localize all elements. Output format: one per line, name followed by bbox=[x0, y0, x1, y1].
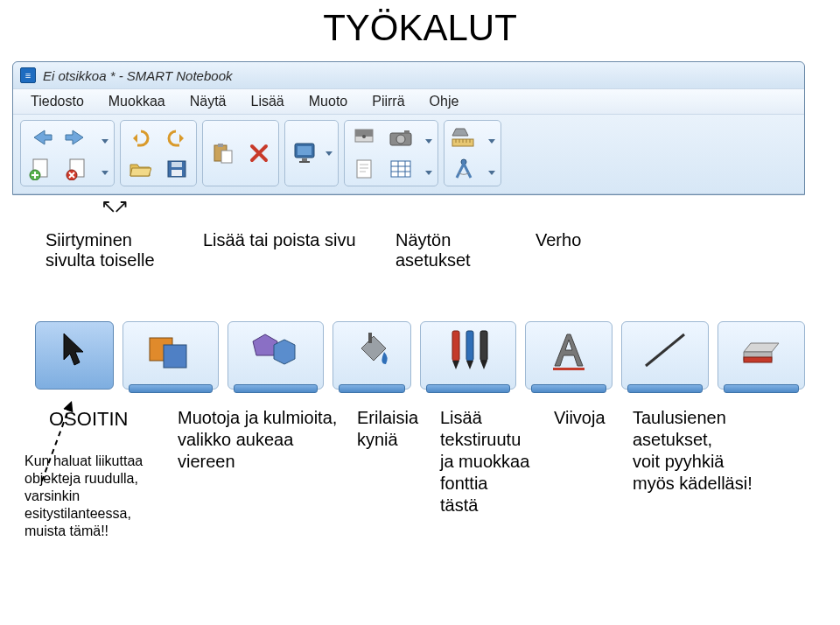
tool-options-bar[interactable] bbox=[339, 384, 405, 393]
annot-pens: Erilaisiakyniä bbox=[352, 407, 435, 451]
tool-options-bar[interactable] bbox=[129, 384, 213, 393]
paste-icon bbox=[211, 142, 234, 165]
chevron-down-icon[interactable] bbox=[488, 139, 495, 144]
fill-tool[interactable] bbox=[332, 321, 411, 390]
svg-rect-28 bbox=[368, 333, 372, 343]
open-button[interactable] bbox=[126, 156, 154, 182]
chevron-down-icon[interactable] bbox=[488, 171, 495, 175]
window-title: Ei otsikkoa * - SMART Notebook bbox=[43, 68, 232, 83]
svg-line-36 bbox=[646, 334, 684, 366]
delete-page-icon bbox=[65, 158, 89, 180]
table-icon bbox=[389, 159, 412, 179]
menubar: Tiedosto Muokkaa Näytä Lisää Muoto Piirr… bbox=[13, 88, 804, 115]
text-tool[interactable] bbox=[525, 321, 612, 390]
toolbar-group-capture bbox=[344, 120, 438, 186]
delete-page-button[interactable] bbox=[63, 156, 91, 182]
toolbar bbox=[13, 115, 804, 194]
display-settings-button[interactable] bbox=[290, 140, 318, 166]
svg-point-16 bbox=[362, 135, 366, 138]
delete-x-icon bbox=[248, 143, 270, 164]
annot-lines: Viivoja bbox=[549, 407, 627, 429]
svg-rect-19 bbox=[404, 130, 410, 134]
page-button[interactable] bbox=[350, 156, 378, 182]
chevron-down-icon[interactable] bbox=[102, 139, 108, 144]
arrow-left-icon bbox=[27, 127, 53, 148]
tool-options-bar[interactable] bbox=[627, 384, 703, 393]
eraser-icon bbox=[737, 331, 786, 369]
add-page-icon bbox=[28, 158, 52, 180]
open-folder-icon bbox=[129, 159, 151, 179]
camera-button[interactable] bbox=[387, 124, 415, 151]
toolbar-group-display bbox=[284, 120, 339, 186]
svg-marker-32 bbox=[466, 361, 473, 369]
delete-button[interactable] bbox=[245, 140, 273, 166]
undo-button[interactable] bbox=[126, 124, 154, 151]
camera-icon bbox=[388, 128, 413, 147]
pointer-icon bbox=[57, 330, 92, 370]
table-button[interactable] bbox=[387, 156, 415, 182]
add-page-button[interactable] bbox=[26, 156, 54, 182]
annotations-row-2: OSOITIN Kun haluat liikuttaaobjekteja ru… bbox=[19, 407, 817, 540]
arrow-right-icon bbox=[64, 127, 90, 148]
annot-pointer-note: Kun haluat liikuttaaobjekteja ruudulla,v… bbox=[24, 453, 167, 540]
menu-edit[interactable]: Muokkaa bbox=[96, 90, 178, 113]
tools-row bbox=[35, 321, 805, 390]
svg-rect-12 bbox=[302, 158, 307, 161]
svg-rect-6 bbox=[172, 170, 182, 176]
pens-tool[interactable] bbox=[420, 321, 516, 390]
menu-file[interactable]: Tiedosto bbox=[18, 90, 96, 113]
tool-options-bar[interactable] bbox=[426, 384, 510, 393]
annot-curtain: Verho bbox=[525, 230, 665, 270]
compass-icon bbox=[452, 157, 476, 181]
menu-draw[interactable]: Piirrä bbox=[360, 90, 416, 113]
compass-button[interactable] bbox=[450, 156, 478, 182]
menu-format[interactable]: Muoto bbox=[297, 90, 360, 113]
screen-shade-icon bbox=[353, 127, 375, 148]
chevron-down-icon[interactable] bbox=[102, 171, 108, 175]
eraser-tool[interactable] bbox=[718, 321, 805, 390]
redo-button[interactable] bbox=[163, 124, 191, 151]
menu-help[interactable]: Ohje bbox=[417, 90, 472, 113]
polygons-tool[interactable] bbox=[228, 321, 324, 390]
chevron-down-icon[interactable] bbox=[425, 139, 432, 144]
shapes-tool[interactable] bbox=[122, 321, 219, 390]
tool-options-bar[interactable] bbox=[234, 384, 318, 393]
arrows-up-icon: ↖↗ bbox=[101, 195, 125, 218]
line-icon bbox=[640, 329, 690, 371]
paste-button[interactable] bbox=[208, 140, 236, 166]
screen-shade-button[interactable] bbox=[350, 124, 378, 151]
page-icon bbox=[354, 158, 374, 179]
annot-text: Lisäätekstiruutuja muokkaafonttiatästä bbox=[435, 407, 549, 516]
app-icon: ≡ bbox=[20, 67, 36, 83]
save-button[interactable] bbox=[163, 156, 191, 182]
ruler-button[interactable] bbox=[450, 124, 478, 151]
tool-options-bar[interactable] bbox=[531, 384, 606, 393]
ruler-shapes-icon bbox=[451, 127, 477, 148]
annot-pointer-head: OSOITIN bbox=[49, 407, 167, 432]
toolbar-group-file bbox=[120, 120, 197, 186]
titlebar: ≡ Ei otsikkoa * - SMART Notebook bbox=[13, 62, 804, 88]
menu-view[interactable]: Näytä bbox=[178, 90, 239, 113]
menu-insert[interactable]: Lisää bbox=[239, 90, 297, 113]
annot-display: Näytönasetukset bbox=[385, 230, 525, 270]
svg-marker-34 bbox=[480, 361, 487, 369]
svg-rect-13 bbox=[299, 161, 310, 163]
svg-rect-31 bbox=[466, 331, 473, 361]
tool-options-bar[interactable] bbox=[724, 384, 799, 393]
pointer-tool[interactable] bbox=[35, 321, 114, 390]
app-window: ≡ Ei otsikkoa * - SMART Notebook Tiedost… bbox=[12, 61, 805, 195]
annot-shapes: Muotoja ja kulmioita,valikko aukeaaviere… bbox=[172, 407, 352, 473]
svg-rect-20 bbox=[357, 160, 371, 178]
save-icon bbox=[166, 159, 187, 179]
svg-rect-8 bbox=[221, 151, 232, 163]
undo-icon bbox=[129, 128, 151, 147]
chevron-down-icon[interactable] bbox=[425, 171, 432, 175]
forward-button[interactable] bbox=[63, 124, 91, 151]
line-tool[interactable] bbox=[621, 321, 709, 390]
svg-marker-30 bbox=[452, 361, 459, 369]
svg-rect-21 bbox=[391, 161, 410, 177]
back-button[interactable] bbox=[26, 124, 54, 151]
annot-eraser: Taulusienenasetukset,voit pyyhkiämyös kä… bbox=[627, 407, 785, 495]
chevron-down-icon[interactable] bbox=[326, 151, 332, 156]
svg-rect-33 bbox=[480, 331, 487, 361]
